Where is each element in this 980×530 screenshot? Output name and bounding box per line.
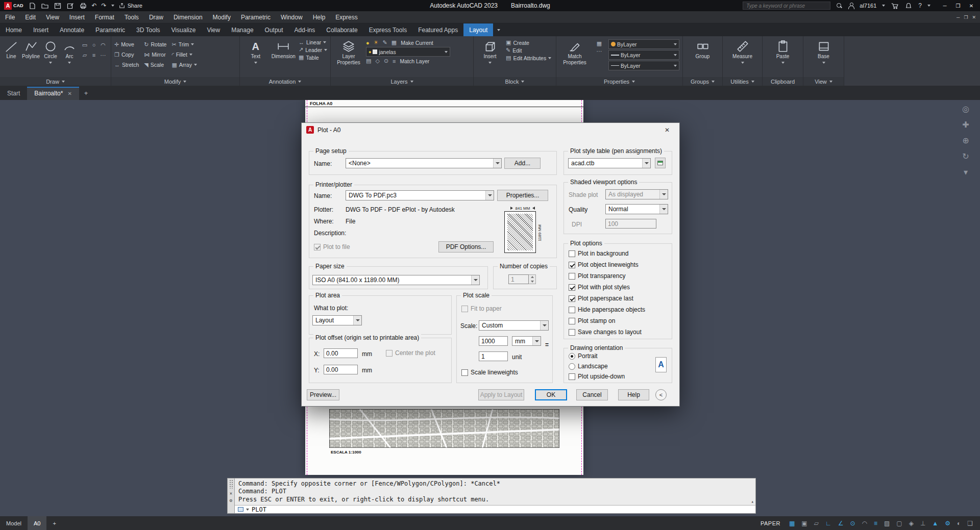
command-history[interactable]: Command: Specify opposite corner or [Fen…	[235, 478, 755, 505]
close-tab-icon[interactable]: ✕	[67, 91, 71, 96]
search-input[interactable]	[743, 3, 830, 9]
paper-size-select[interactable]: ISO A0 (841.00 x 1189.00 MM)	[312, 275, 480, 285]
layer-unisolate-icon[interactable]: ◇	[375, 58, 379, 64]
tab-insert[interactable]: Insert	[28, 23, 54, 36]
tab-output[interactable]: Output	[259, 23, 289, 36]
orbit-icon[interactable]: ↻	[962, 152, 969, 161]
line-tool[interactable]: Line	[3, 38, 19, 60]
mirror-tool[interactable]: ⋈Mirror	[144, 49, 166, 60]
command-history-up-icon[interactable]: ▴	[751, 499, 754, 505]
move-tool[interactable]: ✛Move	[114, 39, 139, 49]
menu-parametric[interactable]: Parametric	[236, 11, 276, 23]
circle-tool[interactable]: Circle	[42, 38, 59, 65]
help-menu-caret-icon[interactable]	[927, 5, 930, 8]
notification-bell-icon[interactable]	[904, 2, 913, 10]
menu-draw[interactable]: Draw	[144, 11, 168, 23]
help-button[interactable]: ?	[918, 3, 922, 9]
rectangle-icon[interactable]: ▭	[80, 40, 89, 50]
file-tab-document[interactable]: Bairroalto* ✕	[27, 87, 79, 100]
match-layer-tool[interactable]: Match Layer	[400, 58, 430, 64]
file-tab-start[interactable]: Start	[0, 87, 27, 100]
lineweight-select[interactable]: ByLayer	[608, 50, 679, 60]
save-as-button[interactable]	[66, 2, 75, 10]
layer-select[interactable]: ● janelas	[366, 47, 450, 57]
new-tab-button[interactable]: +	[79, 86, 93, 100]
layer-properties-tool[interactable]: Layer Properties	[334, 38, 363, 65]
tab-manage[interactable]: Manage	[226, 23, 259, 36]
menu-format[interactable]: Format	[90, 11, 119, 23]
fit-to-paper-checkbox[interactable]	[461, 306, 468, 312]
linear-dimension-tool[interactable]: ↔Linear	[299, 39, 327, 45]
recent-commands-caret-icon[interactable]	[246, 509, 249, 512]
snap-tracking-icon[interactable]: ◠	[862, 520, 867, 527]
tab-3d-tools[interactable]: 3D Tools	[131, 23, 165, 36]
tab-layout[interactable]: Layout	[463, 23, 493, 36]
layer-freeze-icon[interactable]: ☀	[374, 39, 379, 46]
plot-with-plot-styles-checkbox[interactable]	[569, 284, 575, 291]
offset-y-input[interactable]	[324, 365, 358, 374]
scale-tool[interactable]: ◥Scale	[144, 60, 166, 70]
ribbon-collapse-caret-icon[interactable]	[493, 23, 504, 36]
polar-tracking-icon[interactable]: ∠	[838, 520, 844, 527]
customization-gear-icon[interactable]: ⚙	[945, 520, 950, 527]
undo-button[interactable]: ↶	[92, 3, 97, 9]
command-close-icon[interactable]: ✕	[230, 491, 232, 496]
panel-label-groups[interactable]: Groups	[683, 77, 722, 86]
panel-label-modify[interactable]: Modify	[111, 77, 239, 86]
draw-more-icon[interactable]: ⋯	[99, 50, 108, 60]
tab-express-tools[interactable]: Express Tools	[363, 23, 412, 36]
menu-modify[interactable]: Modify	[208, 11, 236, 23]
paper-space-toggle[interactable]: PAPER	[761, 520, 780, 526]
share-button[interactable]: Share	[119, 3, 142, 9]
search-box[interactable]	[743, 2, 830, 10]
center-plot-checkbox[interactable]	[386, 350, 393, 357]
search-icon[interactable]	[836, 3, 842, 9]
dynamic-ucs-icon[interactable]: ⊥	[920, 520, 925, 527]
menu-express[interactable]: Express	[330, 11, 362, 23]
menu-window[interactable]: Window	[276, 11, 308, 23]
plot-object-lineweights-checkbox[interactable]	[569, 262, 575, 268]
model-tab[interactable]: Model	[0, 516, 28, 530]
panel-label-properties[interactable]: Properties	[556, 77, 682, 86]
plot-button[interactable]	[79, 2, 87, 10]
tab-view[interactable]: View	[201, 23, 226, 36]
panel-label-block[interactable]: Block	[474, 77, 556, 86]
plot-to-file-checkbox[interactable]	[314, 244, 321, 250]
plot-style-select[interactable]: acad.ctb	[568, 158, 651, 168]
rotate-tool[interactable]: ↻Rotate	[144, 39, 166, 49]
scale-unit-select[interactable]: mm	[512, 336, 541, 346]
table-tool[interactable]: ▦Table	[299, 54, 327, 61]
insert-block-tool[interactable]: Insert	[477, 38, 503, 65]
edit-plot-style-button[interactable]	[655, 158, 666, 168]
scale-lineweights-checkbox[interactable]	[461, 369, 468, 376]
measure-tool[interactable]: Measure	[729, 38, 756, 65]
cancel-button[interactable]: Cancel	[576, 389, 608, 400]
isolate-objects-icon[interactable]: ◐	[957, 520, 961, 527]
edit-block-tool[interactable]: ✎Edit	[506, 47, 551, 54]
close-button[interactable]: ✕	[965, 0, 978, 11]
panel-label-view[interactable]: View	[803, 77, 844, 86]
group-tool[interactable]: Group	[690, 38, 716, 60]
command-input-text[interactable]: PLOT	[252, 506, 266, 513]
plot-paperspace-last-checkbox[interactable]	[569, 295, 575, 302]
panel-label-utilities[interactable]: Utilities	[723, 77, 762, 86]
copies-input[interactable]	[508, 274, 529, 284]
make-current-tool[interactable]: Make Current	[401, 40, 433, 46]
scale-select[interactable]: Custom	[479, 320, 549, 331]
paste-tool[interactable]: Paste	[770, 38, 796, 65]
properties-more-icon[interactable]: ⋯	[597, 48, 602, 55]
arc-tool[interactable]: Arc	[61, 38, 78, 65]
save-changes-to-layout-checkbox[interactable]	[569, 329, 575, 336]
text-tool[interactable]: A Text	[243, 38, 268, 65]
layer-lock-icon[interactable]: ≡	[393, 58, 396, 64]
add-page-setup-button[interactable]: Add...	[504, 158, 541, 169]
copies-spinner[interactable]	[529, 274, 536, 284]
tab-parametric[interactable]: Parametric	[90, 23, 131, 36]
plot-upside-down-checkbox[interactable]	[569, 373, 575, 380]
ellipse-icon[interactable]: ○	[89, 40, 99, 50]
grid-icon[interactable]: ▦	[789, 520, 795, 527]
snap-mode-icon[interactable]: ▣	[801, 520, 807, 527]
annotation-visibility-icon[interactable]: ▲	[932, 520, 938, 527]
plot-transparency-checkbox[interactable]	[569, 273, 575, 280]
doc-minimize-button[interactable]: ─	[957, 15, 960, 20]
